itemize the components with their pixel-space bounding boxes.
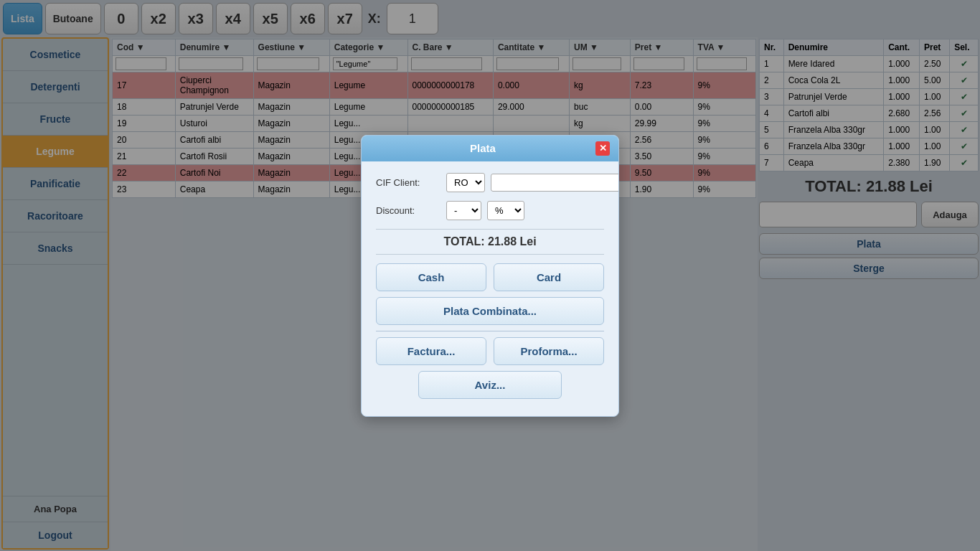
- modal-close-button[interactable]: ✕: [595, 141, 610, 156]
- proforma-button[interactable]: Proforma...: [494, 337, 604, 365]
- cif-row: CIF Client: RO EU: [376, 173, 604, 192]
- cif-label: CIF Client:: [376, 177, 440, 188]
- modal-body: CIF Client: RO EU Discount: - 5 10 % Lei: [362, 161, 618, 416]
- discount-select[interactable]: - 5 10: [446, 201, 481, 220]
- modal-title: Plata: [370, 142, 595, 154]
- cash-button[interactable]: Cash: [376, 263, 486, 291]
- discount-row: Discount: - 5 10 % Lei: [376, 201, 604, 220]
- modal-total: TOTAL: 21.88 Lei: [376, 229, 604, 255]
- cash-card-row: Cash Card: [376, 263, 604, 291]
- discount-unit-select[interactable]: % Lei: [487, 201, 524, 220]
- plata-combinata-button[interactable]: Plata Combinata...: [376, 297, 604, 325]
- aviz-row: Aviz...: [376, 371, 604, 399]
- cif-prefix-select[interactable]: RO EU: [446, 173, 485, 192]
- modal-title-bar: Plata ✕: [362, 136, 618, 161]
- discount-label: Discount:: [376, 205, 440, 216]
- factura-button[interactable]: Factura...: [376, 337, 486, 365]
- plata-combinata-row: Plata Combinata...: [376, 297, 604, 325]
- cif-input[interactable]: [491, 174, 619, 192]
- modal-overlay[interactable]: Plata ✕ CIF Client: RO EU Discount: - 5 …: [0, 0, 980, 551]
- factura-proforma-row: Factura... Proforma...: [376, 337, 604, 365]
- card-button[interactable]: Card: [494, 263, 604, 291]
- modal-plata: Plata ✕ CIF Client: RO EU Discount: - 5 …: [361, 135, 619, 417]
- modal-separator: [376, 331, 604, 331]
- aviz-button[interactable]: Aviz...: [418, 371, 562, 399]
